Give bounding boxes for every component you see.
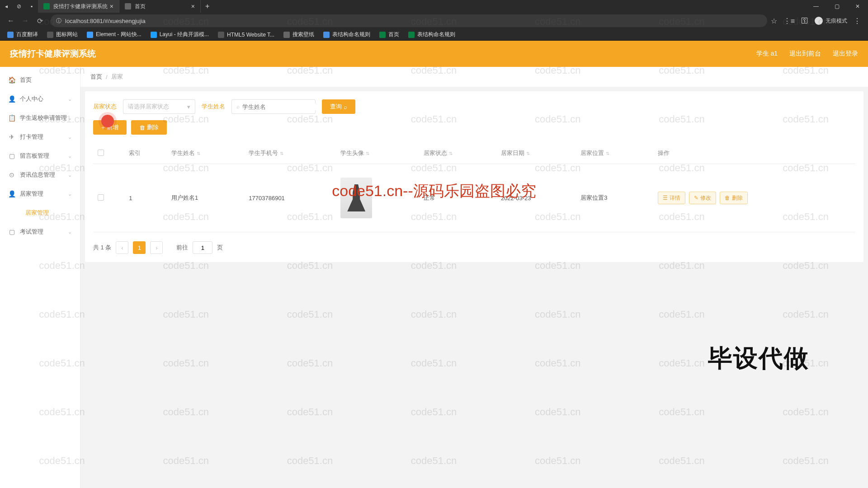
- bookmark-label: 百度翻译: [16, 31, 38, 38]
- browser-tab-active[interactable]: 疫情打卡健康评测系统 ×: [38, 0, 119, 13]
- checkbox-all[interactable]: [98, 150, 104, 156]
- sidebar-icon: [14, 209, 21, 216]
- bookmark-label: 表结构命名规则: [417, 31, 455, 38]
- total-count: 共 1 条: [93, 244, 111, 252]
- edit-button[interactable]: ✎修改: [689, 192, 716, 204]
- breadcrumb-home[interactable]: 首页: [90, 73, 102, 81]
- settings-icon[interactable]: ⋮≡: [783, 17, 795, 25]
- avatar-icon: [347, 184, 365, 211]
- filter-status-label: 居家状态: [93, 103, 117, 111]
- sidebar-item[interactable]: ▢留言板管理⌄: [0, 146, 80, 165]
- bookmark-item[interactable]: 图标网站: [43, 31, 81, 38]
- nav-menu-icon[interactable]: ◂: [3, 3, 10, 10]
- bookmark-item[interactable]: Element - 网站快...: [83, 31, 145, 38]
- sidebar-item[interactable]: ▢考试管理⌄: [0, 222, 80, 241]
- sidebar: 🏠首页👤个人中心⌄📋学生返校申请管理⌄✈打卡管理⌄▢留言板管理⌄⊙资讯信息管理⌄…: [0, 67, 80, 488]
- tab-title: 疫情打卡健康评测系统: [53, 3, 108, 10]
- chevron-down-icon: ▾: [187, 103, 190, 110]
- detail-button[interactable]: ☰详情: [658, 192, 685, 204]
- row-checkbox[interactable]: [98, 194, 104, 201]
- close-icon[interactable]: ×: [191, 3, 195, 10]
- chevron-down-icon: ⌄: [68, 115, 72, 121]
- bookmark-item[interactable]: Layui - 经典开源模...: [147, 31, 212, 38]
- incognito-icon: [815, 17, 823, 25]
- bookmark-label: 首页: [388, 31, 399, 38]
- bookmark-label: HTML5 Website T...: [227, 32, 274, 38]
- search-icon: ⌕: [236, 103, 240, 110]
- status-select[interactable]: 请选择居家状态 ▾: [123, 99, 195, 114]
- query-button[interactable]: 查询 ⌕: [322, 99, 355, 114]
- app-title: 疫情打卡健康评测系统: [10, 48, 96, 60]
- prev-page-button[interactable]: ‹: [116, 241, 128, 254]
- sidebar-item[interactable]: 🏠首页: [0, 70, 80, 89]
- maximize-button[interactable]: ▢: [826, 0, 847, 13]
- sidebar-item[interactable]: 👤居家管理⌄: [0, 184, 80, 203]
- cell-index: 1: [124, 164, 167, 232]
- cell-status: 正常: [419, 164, 496, 232]
- sidebar-item[interactable]: ✈打卡管理⌄: [0, 127, 80, 146]
- bookmark-item[interactable]: HTML5 Website T...: [214, 32, 278, 38]
- breadcrumb-separator: /: [106, 74, 108, 80]
- table-header[interactable]: 居家位置⇅: [576, 143, 653, 164]
- sidebar-item[interactable]: 居家管理: [0, 203, 80, 222]
- bookmark-icon: [283, 32, 290, 38]
- key-icon[interactable]: ⚿: [801, 17, 808, 25]
- logout-button[interactable]: 退出登录: [833, 50, 858, 58]
- minimize-button[interactable]: —: [806, 0, 826, 13]
- menu-button[interactable]: ⋮: [854, 17, 861, 25]
- name-input[interactable]: [242, 103, 318, 110]
- sort-icon: ⇅: [197, 151, 200, 156]
- sidebar-icon: ✈: [8, 133, 15, 141]
- browser-tab[interactable]: 首页 ×: [119, 0, 201, 13]
- data-table: 索引学生姓名⇅学生手机号⇅学生头像⇅居家状态⇅居家日期⇅居家位置⇅操作 1 用户…: [93, 143, 855, 232]
- sort-icon: ⇅: [280, 151, 283, 156]
- bookmark-label: 图标网站: [56, 31, 78, 38]
- page-number[interactable]: 1: [133, 241, 146, 254]
- sidebar-label: 资讯信息管理: [20, 171, 55, 179]
- goto-page-input[interactable]: [193, 241, 212, 254]
- address-bar[interactable]: ⓘ localhost:8081/#/xueshengjujia: [51, 14, 767, 27]
- bookmark-item[interactable]: 首页: [376, 31, 403, 38]
- back-button[interactable]: ←: [4, 14, 18, 28]
- cell-avatar: [336, 164, 419, 232]
- sidebar-item[interactable]: 👤个人中心⌄: [0, 89, 80, 108]
- sidebar-item[interactable]: 📋学生返校申请管理⌄: [0, 108, 80, 127]
- new-tab-button[interactable]: +: [201, 2, 214, 10]
- table-header[interactable]: 学生头像⇅: [336, 143, 419, 164]
- box-icon[interactable]: ▪: [28, 3, 35, 10]
- table-header[interactable]: 居家状态⇅: [419, 143, 496, 164]
- bookmark-item[interactable]: 表结构命名规则: [405, 31, 459, 38]
- delete-button[interactable]: 🗑 删除: [131, 120, 167, 135]
- table-header[interactable]: 学生手机号⇅: [244, 143, 336, 164]
- reload-button[interactable]: ⟳: [33, 14, 47, 28]
- bookmark-item[interactable]: 表结构命名规则: [320, 31, 374, 38]
- favicon-icon: [43, 3, 50, 9]
- bookmark-icon: [151, 32, 157, 38]
- select-placeholder: 请选择居家状态: [128, 103, 169, 111]
- bookmark-icon: [408, 32, 415, 38]
- row-delete-button[interactable]: 🗑删除: [720, 192, 748, 204]
- next-page-button[interactable]: ›: [150, 241, 163, 254]
- back-to-front-button[interactable]: 退出到前台: [789, 50, 821, 58]
- table-header[interactable]: 索引: [124, 143, 167, 164]
- sidebar-item[interactable]: ⊙资讯信息管理⌄: [0, 165, 80, 184]
- pagination: 共 1 条 ‹ 1 › 前往 页: [93, 241, 855, 254]
- world-icon[interactable]: ⊘: [15, 3, 23, 10]
- close-icon[interactable]: ×: [110, 3, 113, 10]
- table-header[interactable]: 居家日期⇅: [496, 143, 576, 164]
- add-button[interactable]: + 新增: [93, 120, 127, 135]
- name-input-wrap[interactable]: ⌕: [231, 99, 316, 114]
- sidebar-label: 首页: [20, 76, 32, 84]
- close-window-button[interactable]: ✕: [847, 0, 868, 13]
- click-indicator: [101, 115, 114, 127]
- table-header[interactable]: 学生姓名⇅: [167, 143, 244, 164]
- user-label[interactable]: 学生 a1: [756, 50, 778, 58]
- bookmark-item[interactable]: 搜索壁纸: [280, 31, 318, 38]
- star-icon[interactable]: ☆: [771, 17, 777, 25]
- chevron-down-icon: ⌄: [68, 153, 72, 159]
- bookmark-item[interactable]: 百度翻译: [4, 31, 42, 38]
- sidebar-icon: 👤: [8, 190, 15, 197]
- forward-button[interactable]: →: [18, 14, 33, 28]
- cell-name: 用户姓名1: [167, 164, 244, 232]
- bookmark-icon: [218, 32, 224, 38]
